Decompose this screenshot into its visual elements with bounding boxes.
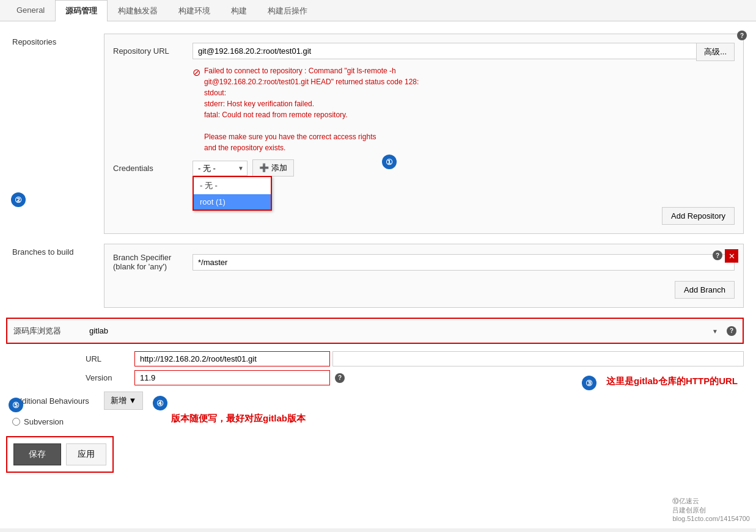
credentials-label: Credentials — [113, 164, 193, 173]
url-input-right[interactable] — [332, 351, 744, 366]
repositories-content: ? Repository URL ? ⊘ Failed to connect t… — [104, 34, 744, 234]
watermark-text: 吕建创原创 — [672, 506, 750, 515]
branches-section: Branches to build ✕ ? Branch Specifier (… — [6, 244, 744, 308]
watermark-url: blog.51cto.com/14154700 — [672, 515, 750, 522]
url-input[interactable] — [134, 351, 330, 366]
credentials-select[interactable]: - 无 - root (1) — [193, 161, 248, 176]
annotation-3-wrapper: ③ 这里是gitlab仓库的HTTP的URL — [606, 376, 738, 387]
help-icon-version[interactable]: ? — [335, 373, 345, 383]
subversion-row: Subversion — [6, 417, 744, 426]
annotation-circle-3: ③ — [582, 376, 596, 390]
annotation-4-wrapper: ④ 版本随便写，最好对应gitlab版本 — [171, 413, 306, 425]
error-text: Failed to connect to repository : Comman… — [204, 65, 419, 153]
version-label: Version — [86, 373, 134, 382]
annotation-circle-5-wrapper: ⑤ — [9, 398, 23, 412]
save-button[interactable]: 保存 — [13, 443, 61, 465]
dropdown-item-root[interactable]: root (1) — [194, 194, 271, 210]
add-branch-button[interactable]: Add Branch — [675, 281, 735, 299]
annotation-3-text: 这里是gitlab仓库的HTTP的URL — [606, 376, 738, 386]
annotation-circle-4: ④ — [153, 396, 167, 410]
credentials-select-wrapper: - 无 - root (1) ▼ - 无 - root (1) — [193, 161, 248, 176]
tab-build-env[interactable]: 构建环境 — [168, 0, 221, 21]
main-content: Repositories ? Repository URL ? ⊘ Failed… — [0, 21, 756, 528]
repository-url-input[interactable] — [193, 43, 721, 59]
add-new-button[interactable]: 新增 ▼ — [104, 392, 143, 410]
help-icon-top[interactable]: ? — [737, 31, 747, 40]
repository-url-label: Repository URL — [113, 46, 193, 56]
dropdown-item-none[interactable]: - 无 - — [194, 177, 271, 194]
repositories-label: Repositories — [6, 34, 104, 46]
repositories-section: Repositories ? Repository URL ? ⊘ Failed… — [6, 34, 744, 234]
source-browser-label: 源码库浏览器 — [13, 326, 87, 337]
tab-build-trigger[interactable]: 构建触发器 — [108, 0, 168, 21]
source-browser-select-wrapper: gitlab ▼ — [87, 324, 722, 338]
watermark: ⑩亿速云 吕建创原创 blog.51cto.com/14154700 — [672, 497, 750, 522]
tab-build[interactable]: 构建 — [221, 0, 257, 21]
watermark-logo: ⑩亿速云 — [672, 497, 750, 506]
subversion-label: Subversion — [24, 417, 64, 426]
apply-button[interactable]: 应用 — [66, 443, 106, 465]
branch-specifier-label: Branch Specifier (blank for 'any') — [113, 253, 193, 271]
tab-source-management[interactable]: 源码管理 — [55, 0, 108, 21]
url-label: URL — [86, 354, 134, 363]
credentials-row: Credentials - 无 - root (1) ▼ - 无 - root … — [113, 159, 735, 177]
tab-bar: General 源码管理 构建触发器 构建环境 构建 构建后操作 — [0, 0, 756, 21]
source-browser-select[interactable]: gitlab — [87, 324, 722, 338]
help-icon-browser[interactable]: ? — [727, 326, 736, 336]
annotation-circle-1: ① — [382, 155, 397, 169]
advanced-button[interactable]: 高级... — [696, 43, 735, 61]
add-repository-button[interactable]: Add Repository — [662, 207, 735, 225]
annotation-4-text: 版本随便写，最好对应gitlab版本 — [171, 413, 306, 423]
branch-specifier-input[interactable] — [193, 254, 735, 271]
branches-content: ✕ ? Branch Specifier (blank for 'any') A… — [104, 244, 744, 308]
add-branch-wrapper: Add Branch — [113, 277, 735, 299]
footer-buttons: 保存 应用 — [6, 436, 114, 473]
error-icon: ⊘ — [193, 67, 200, 78]
branch-specifier-row: Branch Specifier (blank for 'any') — [113, 253, 735, 271]
credentials-dropdown-menu: - 无 - root (1) — [193, 176, 272, 211]
add-credentials-button[interactable]: ➕ 添加 — [252, 159, 294, 177]
annotation-circle-5: ⑤ — [9, 398, 23, 412]
subversion-radio[interactable] — [12, 418, 20, 426]
url-row: URL — [86, 351, 744, 366]
annotation-circle-2-wrapper: ② — [11, 192, 26, 207]
tab-general[interactable]: General — [6, 0, 55, 21]
error-box: ⊘ Failed to connect to repository : Comm… — [193, 65, 735, 153]
annotation-circle-2: ② — [11, 192, 26, 207]
version-input[interactable] — [134, 370, 330, 385]
additional-row: Additional Behaviours 新增 ▼ — [6, 392, 744, 410]
source-browser-row: 源码库浏览器 gitlab ▼ ? — [6, 318, 744, 344]
remove-branch-button[interactable]: ✕ — [725, 249, 738, 263]
tab-post-build[interactable]: 构建后操作 — [257, 0, 318, 21]
repository-url-row: Repository URL ? — [113, 43, 735, 59]
branches-label: Branches to build — [6, 244, 104, 257]
help-icon-branch[interactable]: ? — [713, 250, 722, 260]
